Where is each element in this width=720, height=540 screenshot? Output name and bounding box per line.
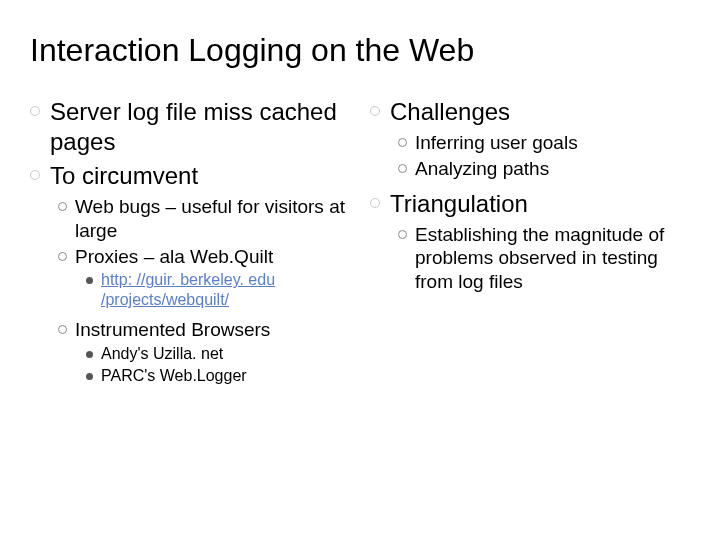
list-item: Inferring user goals: [398, 131, 690, 155]
circle-icon: [58, 325, 67, 334]
bullet-icon: [370, 106, 380, 116]
list-item: Establishing the magnitude of problems o…: [398, 223, 690, 294]
left-column: Server log file miss cached pages To cir…: [30, 97, 350, 388]
bullet-text: Instrumented Browsers: [75, 318, 270, 342]
circle-icon: [398, 164, 407, 173]
bullet-text: Proxies – ala Web.Quilt: [75, 245, 273, 269]
link-text[interactable]: http: //guir. berkeley. edu /projects/we…: [101, 270, 350, 310]
bullet-text: Challenges: [390, 97, 510, 127]
bullet-text: Inferring user goals: [415, 131, 578, 155]
disc-icon: [86, 277, 93, 284]
list-item: PARC's Web.Logger: [86, 366, 350, 386]
list-item: Web bugs – useful for visitors at large: [58, 195, 350, 243]
bullet-icon: [370, 198, 380, 208]
bullet-icon: [30, 170, 40, 180]
bullet-text: Andy's Uzilla. net: [101, 344, 223, 364]
bullet-text: Establishing the magnitude of problems o…: [415, 223, 690, 294]
list-item: Instrumented Browsers: [58, 318, 350, 342]
bullet-text: Triangulation: [390, 189, 528, 219]
list-item: Challenges: [370, 97, 690, 127]
circle-icon: [58, 252, 67, 261]
disc-icon: [86, 351, 93, 358]
list-item: Server log file miss cached pages: [30, 97, 350, 157]
bullet-text: To circumvent: [50, 161, 198, 191]
list-item: Andy's Uzilla. net: [86, 344, 350, 364]
list-item: Proxies – ala Web.Quilt: [58, 245, 350, 269]
bullet-text: Web bugs – useful for visitors at large: [75, 195, 350, 243]
bullet-text: Server log file miss cached pages: [50, 97, 350, 157]
list-item: Analyzing paths: [398, 157, 690, 181]
list-item: Triangulation: [370, 189, 690, 219]
circle-icon: [398, 230, 407, 239]
disc-icon: [86, 373, 93, 380]
circle-icon: [58, 202, 67, 211]
list-item: To circumvent: [30, 161, 350, 191]
bullet-text: Analyzing paths: [415, 157, 549, 181]
list-item: http: //guir. berkeley. edu /projects/we…: [86, 270, 350, 310]
circle-icon: [398, 138, 407, 147]
bullet-text: PARC's Web.Logger: [101, 366, 247, 386]
bullet-icon: [30, 106, 40, 116]
right-column: Challenges Inferring user goals Analyzin…: [370, 97, 690, 388]
slide-title: Interaction Logging on the Web: [30, 32, 690, 69]
content-columns: Server log file miss cached pages To cir…: [30, 97, 690, 388]
